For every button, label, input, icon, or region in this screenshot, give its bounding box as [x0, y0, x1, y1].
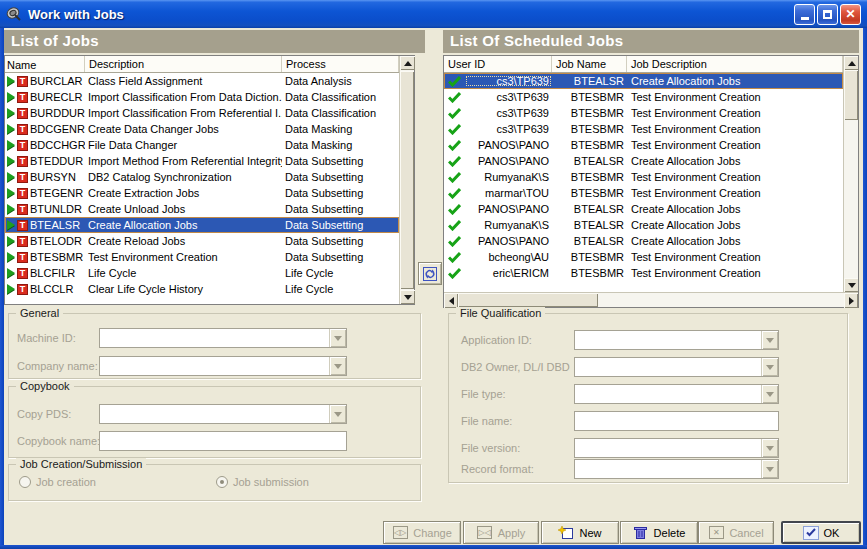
column-header-description[interactable]: Description [85, 56, 282, 72]
name-cell: BURCLAR [30, 75, 83, 87]
table-row[interactable]: cs3\TP639 BTESBMR Test Environment Creat… [444, 89, 843, 105]
copy-pds-label: Copy PDS: [17, 408, 71, 420]
scroll-thumb[interactable] [400, 71, 414, 289]
job-name-cell: BTEALSR [552, 155, 627, 167]
process-cell: Life Cycle [282, 283, 399, 295]
user-id-cell: RumyanaK\S [465, 219, 552, 231]
change-button: ◁▷ Change [383, 521, 461, 544]
scheduled-jobs-vscrollbar[interactable] [843, 56, 858, 292]
copy-pds-combobox [99, 404, 347, 424]
right-panel-title: List Of Scheduled Jobs [443, 30, 859, 53]
maximize-button[interactable] [817, 4, 838, 25]
type-t-icon: T [17, 268, 28, 279]
new-button[interactable]: New [541, 521, 619, 544]
play-icon [7, 172, 15, 182]
scroll-right-button[interactable] [844, 293, 858, 308]
description-cell: File Data Changer [85, 139, 282, 151]
table-row[interactable]: T BURCLAR Class Field Assignment Data An… [5, 73, 399, 89]
jobs-table-vscrollbar[interactable] [399, 56, 414, 304]
job-name-cell: BTESBMR [552, 187, 627, 199]
table-row[interactable]: cs3\TP639 BTESBMR Test Environment Creat… [444, 105, 843, 121]
table-row[interactable]: RumyanaK\S BTESBMR Test Environment Crea… [444, 169, 843, 185]
table-row[interactable]: T BURDDUR Import Classification From Ref… [5, 105, 399, 121]
column-header-job-description[interactable]: Job Description [627, 56, 843, 72]
table-row[interactable]: T BDCCHGR File Data Changer Data Masking [5, 137, 399, 153]
radio-label: Job submission [233, 476, 309, 488]
scheduled-jobs-hscrollbar[interactable] [444, 292, 858, 307]
scroll-up-button[interactable] [400, 56, 415, 70]
copybook-group: Copybook Copy PDS: Copybook name: [8, 386, 421, 458]
process-cell: Data Classification [282, 107, 399, 119]
table-row[interactable]: cs3\TP639 BTEALSR Create Allocation Jobs [444, 73, 843, 89]
process-cell: Data Subsetting [282, 219, 399, 231]
check-icon [448, 92, 461, 103]
column-header-user-id[interactable]: User ID [444, 56, 552, 72]
job-description-cell: Test Environment Creation [627, 107, 843, 119]
scroll-down-button[interactable] [844, 278, 858, 292]
type-t-icon: T [17, 284, 28, 295]
user-id-cell: PANOS\PANO [465, 139, 552, 151]
description-cell: Test Environment Creation [85, 251, 282, 263]
table-row[interactable]: T BDCGENR Create Data Changer Jobs Data … [5, 121, 399, 137]
window-border-left [0, 28, 4, 545]
table-row[interactable]: T BTUNLDR Create Unload Jobs Data Subset… [5, 201, 399, 217]
scroll-thumb[interactable] [844, 70, 858, 120]
table-row[interactable]: T BLCCLR Clear Life Cycle History Life C… [5, 281, 399, 297]
table-row[interactable]: T BTEDDUR Import Method From Referential… [5, 153, 399, 169]
scroll-left-button[interactable] [444, 293, 458, 308]
table-row[interactable]: bcheong\AU BTESBMR Test Environment Crea… [444, 249, 843, 265]
table-row[interactable]: PANOS\PANO BTESBMR Test Environment Crea… [444, 137, 843, 153]
process-cell: Data Subsetting [282, 155, 399, 167]
table-row[interactable]: eric\ERICM BTESBMR Test Environment Crea… [444, 265, 843, 281]
play-icon [7, 268, 15, 278]
copybook-name-input[interactable] [99, 431, 347, 451]
delete-button[interactable]: Delete [620, 521, 698, 544]
close-button[interactable]: ✕ [840, 4, 861, 25]
description-cell: Life Cycle [85, 267, 282, 279]
arrow-up-icon [404, 61, 412, 66]
play-icon [7, 220, 15, 230]
table-row[interactable]: T BTEGENR Create Extraction Jobs Data Su… [5, 185, 399, 201]
table-row[interactable]: marmar\TOU BTESBMR Test Environment Crea… [444, 185, 843, 201]
table-row[interactable]: T BURECLR Import Classification From Dat… [5, 89, 399, 105]
user-id-cell: eric\ERICM [465, 267, 552, 279]
check-icon [448, 220, 461, 231]
job-name-cell: BTESBMR [552, 91, 627, 103]
check-icon [448, 268, 461, 279]
table-row[interactable]: T BURSYN DB2 Catalog Synchronization Dat… [5, 169, 399, 185]
delete-icon [633, 526, 649, 540]
table-row[interactable]: T BTELODR Create Reload Jobs Data Subset… [5, 233, 399, 249]
radio-job-submission: Job submission [216, 476, 309, 488]
scroll-up-button[interactable] [844, 56, 858, 70]
description-cell: Import Method From Referential Integrity [85, 155, 282, 167]
description-cell: Import Classification From Data Diction.… [85, 91, 282, 103]
check-icon [448, 236, 461, 247]
ok-icon [803, 526, 819, 540]
scroll-down-button[interactable] [400, 290, 415, 304]
table-row[interactable]: T BTESBMR Test Environment Creation Data… [5, 249, 399, 265]
column-header-name[interactable]: Name [5, 56, 85, 72]
file-name-input[interactable] [574, 411, 779, 431]
new-icon [558, 526, 574, 540]
general-group: General Machine ID: Company name: [8, 313, 421, 379]
scroll-thumb[interactable] [458, 293, 598, 307]
minimize-button[interactable] [794, 4, 815, 25]
table-row[interactable]: T BLCFILR Life Cycle Life Cycle [5, 265, 399, 281]
type-t-icon: T [17, 188, 28, 199]
ok-button[interactable]: OK [781, 521, 861, 544]
table-row[interactable]: PANOS\PANO BTEALSR Create Allocation Job… [444, 153, 843, 169]
application-id-label: Application ID: [461, 334, 532, 346]
column-header-process[interactable]: Process [282, 56, 399, 72]
table-row[interactable]: T BTEALSR Create Allocation Jobs Data Su… [5, 217, 399, 233]
table-row[interactable]: RumyanaK\S BTEALSR Create Allocation Job… [444, 217, 843, 233]
window-border-bottom [0, 545, 867, 549]
table-row[interactable]: cs3\TP639 BTESBMR Test Environment Creat… [444, 121, 843, 137]
table-row[interactable]: PANOS\PANO BTEALSR Create Allocation Job… [444, 233, 843, 249]
process-cell: Data Subsetting [282, 251, 399, 263]
job-description-cell: Create Allocation Jobs [627, 203, 843, 215]
table-row[interactable]: PANOS\PANO BTEALSR Create Allocation Job… [444, 201, 843, 217]
user-id-cell: cs3\TP639 [465, 107, 552, 119]
radio-icon [19, 476, 31, 488]
column-header-job-name[interactable]: Job Name [552, 56, 627, 72]
refresh-schedule-button[interactable] [418, 262, 442, 285]
